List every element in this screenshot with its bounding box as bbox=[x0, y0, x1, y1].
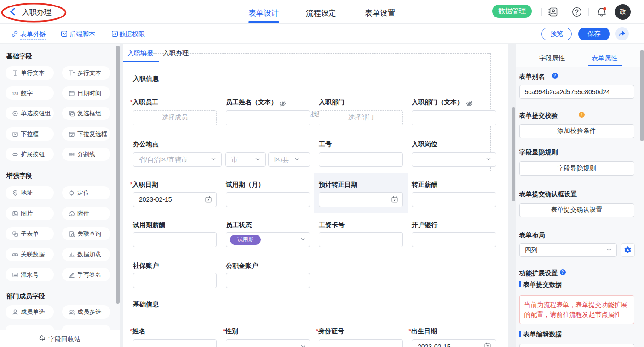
svg-text:123: 123 bbox=[12, 91, 18, 96]
